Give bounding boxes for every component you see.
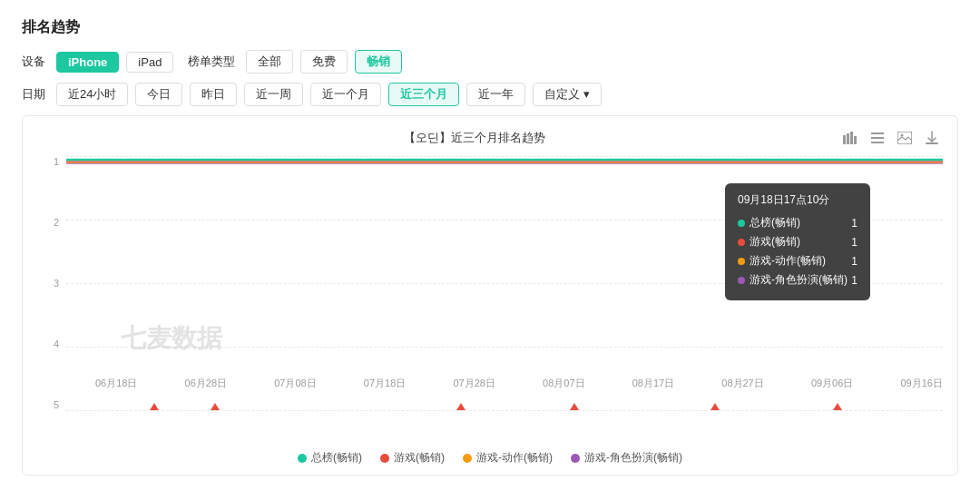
x-label-0: 06月18日 bbox=[95, 377, 137, 390]
marker-1 bbox=[150, 403, 159, 410]
chart-icons bbox=[839, 127, 943, 149]
tooltip-dot-3 bbox=[738, 258, 745, 265]
image-icon bbox=[897, 132, 912, 144]
svg-rect-5 bbox=[871, 137, 884, 139]
chart-type-bestseller-btn[interactable]: 畅销 bbox=[355, 50, 402, 74]
y-label-4: 4 bbox=[37, 339, 63, 349]
tooltip-row-3-label: 游戏-动作(畅销) bbox=[738, 253, 826, 269]
device-filter-row: 设备 iPhone iPad 榜单类型 全部 免费 畅销 bbox=[22, 50, 958, 74]
tooltip-label-2: 游戏(畅销) bbox=[750, 234, 800, 250]
tooltip-value-4: 1 bbox=[851, 274, 858, 287]
chart-type-all-btn[interactable]: 全部 bbox=[246, 50, 293, 74]
marker-4 bbox=[570, 403, 579, 410]
date-filter-label: 日期 bbox=[22, 86, 45, 103]
y-label-1: 1 bbox=[37, 156, 63, 167]
legend-dot-2 bbox=[463, 454, 472, 463]
legend-item-2: 游戏-动作(畅销) bbox=[463, 450, 553, 466]
x-label-4: 07月28日 bbox=[453, 377, 495, 390]
grid-line-5 bbox=[66, 410, 943, 411]
date-3months-btn[interactable]: 近三个月 bbox=[388, 83, 459, 106]
svg-rect-0 bbox=[843, 135, 846, 144]
date-filter-row: 日期 近24小时 今日 昨日 近一周 近一个月 近三个月 近一年 自定义 ▾ bbox=[22, 83, 958, 106]
marker-5 bbox=[710, 403, 720, 410]
tooltip-dot-1 bbox=[738, 220, 745, 227]
tooltip-row-1-label: 总榜(畅销) bbox=[738, 215, 800, 231]
legend-label-3: 游戏-角色扮演(畅销) bbox=[584, 450, 682, 466]
page-title: 排名趋势 bbox=[22, 18, 958, 37]
tooltip-row-4: 游戏-角色扮演(畅销) 1 bbox=[738, 272, 858, 288]
legend-item-3: 游戏-角色扮演(畅销) bbox=[571, 450, 682, 466]
tooltip-row-2-label: 游戏(畅销) bbox=[738, 234, 800, 250]
date-month-btn[interactable]: 近一个月 bbox=[310, 83, 381, 106]
list-icon bbox=[871, 133, 884, 143]
legend-dot-0 bbox=[298, 454, 307, 463]
date-yesterday-btn[interactable]: 昨日 bbox=[190, 83, 237, 106]
download-icon-btn[interactable] bbox=[921, 127, 943, 149]
chart-type-free-btn[interactable]: 免费 bbox=[300, 50, 348, 74]
legend-label-2: 游戏-动作(畅销) bbox=[476, 450, 553, 466]
date-custom-btn[interactable]: 自定义 ▾ bbox=[533, 83, 602, 106]
x-label-6: 08月17日 bbox=[632, 377, 674, 390]
x-label-1: 06月28日 bbox=[185, 377, 227, 390]
chart-container: 【오딘】近三个月排名趋势 bbox=[22, 115, 958, 476]
bar-chart-icon-btn[interactable] bbox=[839, 127, 861, 149]
date-24h-btn[interactable]: 近24小时 bbox=[56, 83, 128, 106]
tooltip-title: 09月18日17点10分 bbox=[738, 192, 858, 208]
tooltip-value-1: 1 bbox=[851, 217, 858, 230]
x-axis: 06月18日 06月28日 07月08日 07月18日 07月28日 08月07… bbox=[95, 374, 943, 392]
tooltip-label-1: 总榜(畅销) bbox=[750, 215, 800, 231]
y-label-2: 2 bbox=[37, 217, 63, 228]
tooltip-row-1: 总榜(畅销) 1 bbox=[738, 215, 858, 231]
y-axis: 1 2 3 4 5 bbox=[37, 156, 63, 410]
bar-chart-icon bbox=[843, 132, 858, 144]
svg-rect-4 bbox=[871, 133, 884, 134]
svg-rect-3 bbox=[854, 136, 857, 144]
date-year-btn[interactable]: 近一年 bbox=[466, 83, 525, 106]
device-filter-label: 设备 bbox=[22, 54, 45, 70]
svg-point-8 bbox=[901, 134, 904, 137]
tooltip-value-2: 1 bbox=[851, 236, 858, 249]
x-label-9: 09月16日 bbox=[900, 377, 942, 390]
legend-item-1: 游戏(畅销) bbox=[380, 450, 445, 466]
date-today-btn[interactable]: 今日 bbox=[135, 83, 182, 106]
x-label-3: 07月18日 bbox=[364, 377, 406, 390]
date-week-btn[interactable]: 近一周 bbox=[244, 83, 303, 106]
svg-rect-2 bbox=[850, 132, 853, 144]
x-label-7: 08月27日 bbox=[721, 377, 763, 390]
svg-rect-1 bbox=[847, 133, 849, 144]
chart-title: 【오딘】近三个月排名趋势 bbox=[110, 130, 839, 146]
y-label-5: 5 bbox=[37, 399, 63, 410]
y-label-3: 3 bbox=[37, 278, 63, 289]
svg-rect-6 bbox=[871, 142, 884, 143]
download-icon bbox=[926, 131, 938, 145]
marker-3 bbox=[456, 403, 466, 410]
marker-2 bbox=[211, 403, 220, 410]
chart-header: 【오딘】近三个月排名趋势 bbox=[37, 127, 943, 149]
chart-tooltip: 09月18日17点10分 总榜(畅销) 1 游戏(畅销) 1 bbox=[725, 183, 870, 300]
image-icon-btn[interactable] bbox=[894, 127, 916, 149]
chart-type-filter-label: 榜单类型 bbox=[188, 54, 235, 70]
chart-legend: 总榜(畅销) 游戏(畅销) 游戏-动作(畅销) 游戏-角色扮演(畅销) bbox=[37, 450, 943, 466]
tooltip-value-3: 1 bbox=[851, 255, 858, 268]
legend-label-1: 游戏(畅销) bbox=[394, 450, 445, 466]
marker-6 bbox=[833, 403, 842, 410]
x-label-5: 08月07日 bbox=[543, 377, 584, 390]
device-ipad-btn[interactable]: iPad bbox=[126, 52, 173, 73]
legend-dot-1 bbox=[380, 454, 389, 463]
x-label-8: 09月06日 bbox=[811, 377, 853, 390]
svg-rect-9 bbox=[926, 142, 938, 144]
legend-dot-3 bbox=[571, 454, 580, 463]
tooltip-dot-2 bbox=[738, 239, 745, 246]
tooltip-row-3: 游戏-动作(畅销) 1 bbox=[738, 253, 858, 269]
tooltip-label-3: 游戏-动作(畅销) bbox=[750, 253, 826, 269]
tooltip-label-4: 游戏-角色扮演(畅销) bbox=[750, 272, 848, 288]
tooltip-row-4-label: 游戏-角色扮演(畅销) bbox=[738, 272, 848, 288]
plot-area: 七麦数据 09月18日17点10分 bbox=[66, 156, 943, 410]
legend-label-0: 总榜(畅销) bbox=[311, 450, 362, 466]
device-iphone-btn[interactable]: iPhone bbox=[56, 52, 119, 73]
x-label-2: 07月08日 bbox=[274, 377, 316, 390]
tooltip-row-2: 游戏(畅销) 1 bbox=[738, 234, 858, 250]
list-icon-btn[interactable] bbox=[867, 127, 888, 149]
tooltip-dot-4 bbox=[738, 277, 745, 284]
chart-area: 1 2 3 4 5 七麦数据 bbox=[37, 156, 943, 447]
